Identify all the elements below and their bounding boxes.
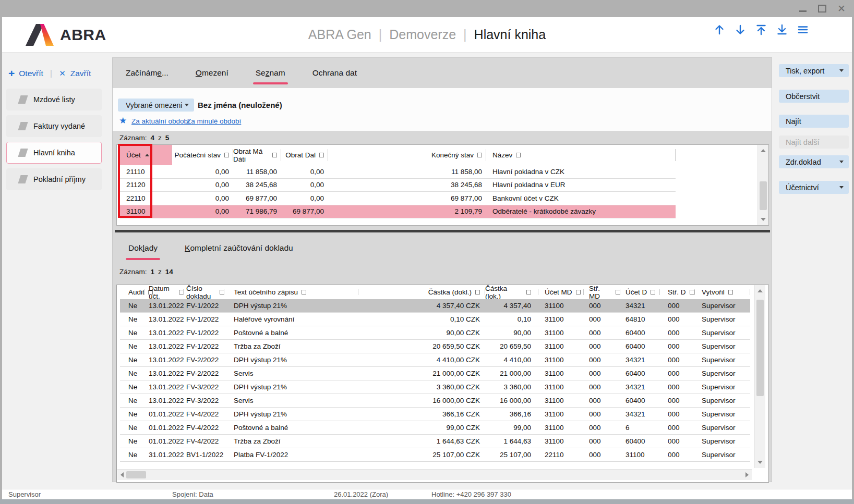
scrollbar-thumb[interactable] — [756, 300, 764, 396]
scroll-right-icon[interactable] — [745, 472, 749, 477]
column-header-kone-n-stav[interactable]: Konečný stav — [328, 145, 486, 165]
column-filter-icon[interactable] — [319, 153, 324, 157]
sidebar-item-mzdov-listy[interactable]: Mzdové listy — [6, 89, 102, 110]
sidebar-item-hlavn-kniha[interactable]: Hlavní kniha — [6, 142, 102, 164]
sidebar-toolbar: + Otevřít | ✕ Zavřít — [8, 67, 91, 80]
arrow-to-top-icon[interactable] — [754, 23, 768, 36]
scroll-down-icon[interactable] — [757, 461, 763, 464]
column-header-slo-dokladu[interactable]: Číslo dokladu — [184, 285, 224, 299]
table-row[interactable]: Ne01.01.2022FV-4/2022Tržba za Zboží1 644… — [120, 435, 750, 448]
tab-seznam[interactable]: Seznam — [251, 58, 290, 88]
sidebar-item-pokladn-p-jmy[interactable]: Pokladní příjmy — [6, 168, 102, 190]
sort-asc-icon — [145, 154, 149, 156]
column-header-text-etn-ho-z-pisu[interactable]: Text účetního zápisu — [224, 285, 358, 299]
action-ob-erstvit[interactable]: Občerstvit — [779, 90, 849, 103]
column-filter-icon[interactable] — [475, 290, 480, 294]
table-row[interactable]: Ne13.01.2022FV-1/2022DPH výstup 21%4 357… — [120, 299, 750, 313]
link-previous-period[interactable]: Za minulé období — [187, 117, 241, 125]
close-icon[interactable]: ✕ — [837, 5, 846, 13]
cell-datum-t: 13.01.2022 — [145, 380, 184, 394]
column-label: Účet D — [626, 288, 647, 296]
arrow-up-icon[interactable] — [713, 23, 726, 36]
table-row[interactable]: 311000,0071 986,7969 877,002 109,79Odběr… — [120, 205, 676, 219]
column-header-et[interactable]: Účet — [120, 145, 172, 165]
module-icon — [18, 175, 28, 183]
table-row[interactable]: Ne01.01.2022FV-4/2022Poštovné a balné99,… — [120, 421, 750, 435]
cell-text-etn-ho-z-pisu: DPH výstup 21% — [224, 353, 358, 366]
documents-vertical-scrollbar[interactable] — [754, 285, 765, 468]
tab-ochrana-dat[interactable]: Ochrana dat — [308, 58, 361, 88]
action-etnictv[interactable]: Účetnictví — [779, 181, 849, 194]
table-row[interactable]: Ne13.01.2022FV-1/2022Tržba za Zboží20 65… — [120, 340, 750, 353]
column-header-stka-lok[interactable]: Částka (lok.) — [485, 285, 538, 299]
close-x-icon: ✕ — [59, 69, 66, 78]
column-filter-icon[interactable] — [576, 290, 581, 294]
table-row[interactable]: Ne31.01.2022BV1-1/2022Platba FV-1/202225… — [120, 448, 750, 462]
tab-doklady[interactable]: Doklady — [124, 232, 162, 264]
table-row[interactable]: 221100,0069 877,000,0069 877,00Bankovní … — [120, 192, 676, 205]
table-row[interactable]: Ne01.01.2022FV-4/2022DPH výstup 21%366,1… — [120, 408, 750, 421]
tab-omezen[interactable]: Omezení — [191, 58, 233, 88]
column-filter-icon[interactable] — [616, 290, 620, 294]
column-header-st-d[interactable]: Stř. D — [660, 285, 695, 299]
column-filter-icon[interactable] — [302, 290, 306, 294]
minimize-icon[interactable] — [799, 5, 807, 13]
column-header-stka-dokl[interactable]: Částka (dokl.) — [358, 285, 485, 299]
column-header-st-md[interactable]: Stř. MD — [584, 285, 620, 299]
close-button[interactable]: Zavřít — [70, 69, 91, 78]
link-current-period[interactable]: Za aktuální období — [131, 117, 190, 125]
table-row[interactable]: Ne13.01.2022FV-2/2022Servis21 000,00 CZK… — [120, 367, 750, 380]
sidebar-item-faktury-vydan[interactable]: Faktury vydané — [6, 115, 102, 137]
column-filter-icon[interactable] — [516, 153, 521, 157]
column-header-obrat-dal[interactable]: Obrat Dal — [281, 145, 328, 165]
documents-horizontal-scrollbar[interactable] — [117, 469, 752, 480]
action-naj-t[interactable]: Najít — [779, 115, 849, 128]
scroll-up-icon[interactable] — [761, 149, 766, 152]
table-row[interactable]: Ne13.01.2022FV-3/2022Servis16 000,00 CZK… — [120, 394, 750, 408]
maximize-icon[interactable] — [818, 5, 826, 13]
action-tisk-export[interactable]: Tisk, export — [779, 64, 849, 77]
scrollbar-thumb[interactable] — [126, 471, 146, 478]
column-filter-icon[interactable] — [477, 153, 482, 157]
table-row[interactable]: 211200,0038 245,680,0038 245,68Hlavní po… — [120, 179, 676, 192]
tab-za-n-me[interactable]: Začínáme... — [122, 58, 173, 88]
column-label: Datum účt. — [149, 285, 175, 300]
column-header-et-md[interactable]: Účet MD — [538, 285, 584, 299]
scrollbar-thumb[interactable] — [760, 181, 767, 210]
scroll-down-icon[interactable] — [761, 218, 766, 221]
table-row[interactable]: 211100,0011 858,000,0011 858,00Hlavní po… — [120, 165, 676, 179]
table-row[interactable]: Ne13.01.2022FV-2/2022DPH výstup 21%4 410… — [120, 353, 750, 367]
scroll-left-icon[interactable] — [121, 472, 124, 477]
column-header-obrat-m-d-ti[interactable]: Obrat Má Dáti — [233, 145, 281, 165]
column-header-n-zev[interactable]: Název — [486, 145, 676, 165]
arrow-down-icon[interactable] — [733, 23, 747, 36]
cell-audit: Ne — [120, 435, 145, 448]
column-filter-icon[interactable] — [220, 290, 224, 294]
action-zdr-doklad[interactable]: Zdr.doklad — [779, 155, 849, 168]
column-filter-icon[interactable] — [651, 290, 655, 294]
accounts-vertical-scrollbar[interactable] — [757, 145, 768, 225]
tab-kompletn-za-tov-n-dokladu[interactable]: Kompletní zaúčtování dokladu — [181, 232, 297, 264]
table-row[interactable]: Ne13.01.2022FV-3/2022DPH výstup 21%3 360… — [120, 380, 750, 394]
column-filter-icon[interactable] — [272, 153, 277, 157]
column-header-vytvo-il[interactable]: Vytvořil — [695, 285, 750, 299]
table-row[interactable]: Ne13.01.2022FV-1/2022Poštovné a balné90,… — [120, 326, 750, 340]
column-header-et-d[interactable]: Účet D — [620, 285, 660, 299]
cell-obrat-dal: 0,00 — [281, 165, 328, 178]
open-button[interactable]: Otevřít — [19, 69, 43, 78]
column-filter-icon[interactable] — [526, 290, 531, 294]
arrow-to-bottom-icon[interactable] — [775, 23, 789, 36]
limit-select-dropdown[interactable]: Vybrané omezeni — [118, 99, 194, 112]
tab-label: ady — [145, 243, 158, 253]
column-filter-icon[interactable] — [224, 153, 229, 157]
menu-icon[interactable] — [796, 23, 810, 36]
column-filter-icon[interactable] — [728, 290, 733, 294]
column-filter-icon[interactable] — [690, 290, 694, 294]
column-header-datum-t[interactable]: Datum účt. — [145, 285, 184, 299]
column-header-audit[interactable]: Audit — [120, 285, 145, 299]
favorite-star-icon[interactable]: ★ — [119, 115, 127, 126]
column-header-po-te-n-stav[interactable]: Počáteční stav — [172, 145, 233, 165]
scroll-up-icon[interactable] — [757, 289, 763, 292]
table-row[interactable]: Ne13.01.2022FV-1/2022Haléřové vyrovnání0… — [120, 313, 750, 326]
column-filter-icon[interactable] — [179, 290, 184, 294]
